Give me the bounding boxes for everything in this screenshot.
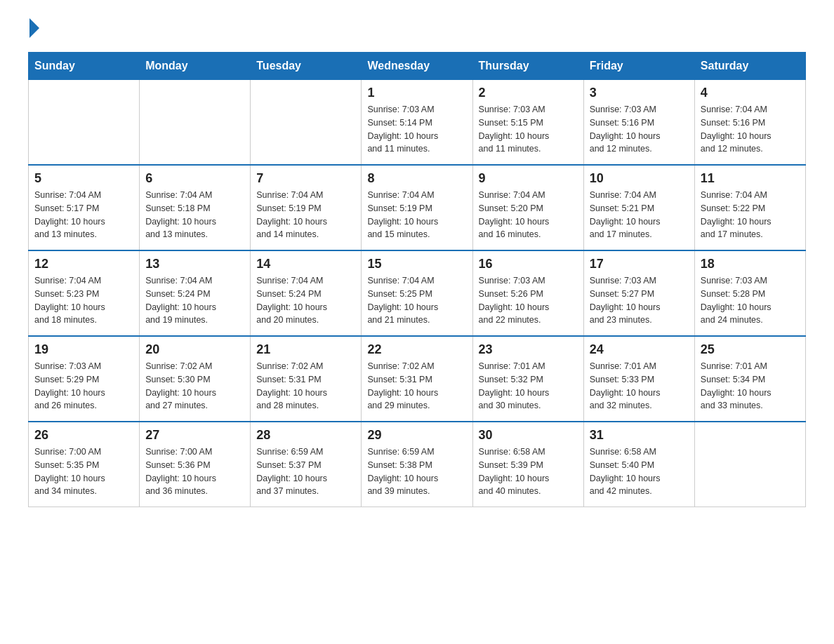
day-info: Sunrise: 7:03 AMSunset: 5:16 PMDaylight:…: [590, 103, 689, 156]
day-number: 18: [701, 257, 800, 271]
calendar-cell: 28Sunrise: 6:59 AMSunset: 5:37 PMDayligh…: [251, 422, 362, 507]
day-number: 5: [34, 171, 133, 186]
day-number: 27: [145, 428, 244, 443]
calendar-cell: 20Sunrise: 7:02 AMSunset: 5:30 PMDayligh…: [140, 336, 251, 422]
calendar-cell: 22Sunrise: 7:02 AMSunset: 5:31 PMDayligh…: [362, 336, 472, 422]
day-info: Sunrise: 6:58 AMSunset: 5:39 PMDaylight:…: [479, 445, 578, 498]
day-number: 23: [479, 342, 578, 357]
calendar-cell: 19Sunrise: 7:03 AMSunset: 5:29 PMDayligh…: [29, 336, 140, 422]
weekday-header-friday: Friday: [583, 53, 694, 80]
day-number: 8: [367, 171, 466, 186]
day-number: 24: [590, 342, 689, 357]
day-number: 9: [479, 171, 578, 186]
day-info: Sunrise: 6:58 AMSunset: 5:40 PMDaylight:…: [590, 445, 689, 498]
day-number: 15: [367, 257, 466, 271]
calendar-week-row: 26Sunrise: 7:00 AMSunset: 5:35 PMDayligh…: [29, 422, 806, 507]
calendar-cell: 3Sunrise: 7:03 AMSunset: 5:16 PMDaylight…: [583, 80, 694, 166]
day-number: 14: [256, 257, 355, 271]
day-number: 20: [145, 342, 244, 357]
calendar-cell: [694, 422, 805, 507]
day-number: 6: [145, 171, 244, 186]
day-info: Sunrise: 7:01 AMSunset: 5:34 PMDaylight:…: [701, 360, 800, 412]
day-info: Sunrise: 7:01 AMSunset: 5:32 PMDaylight:…: [479, 360, 578, 412]
calendar-cell: [251, 80, 362, 166]
day-number: 28: [256, 428, 355, 443]
calendar-cell: [140, 80, 251, 166]
day-number: 11: [701, 171, 800, 186]
day-number: 3: [590, 86, 689, 100]
day-number: 25: [701, 342, 800, 357]
calendar-cell: 9Sunrise: 7:04 AMSunset: 5:20 PMDaylight…: [472, 165, 583, 250]
calendar-week-row: 1Sunrise: 7:03 AMSunset: 5:14 PMDaylight…: [29, 80, 806, 166]
calendar-cell: 16Sunrise: 7:03 AMSunset: 5:26 PMDayligh…: [472, 250, 583, 336]
calendar-cell: 14Sunrise: 7:04 AMSunset: 5:24 PMDayligh…: [251, 250, 362, 336]
day-info: Sunrise: 7:03 AMSunset: 5:29 PMDaylight:…: [34, 360, 133, 412]
day-info: Sunrise: 7:04 AMSunset: 5:24 PMDaylight:…: [145, 274, 244, 327]
calendar-cell: 10Sunrise: 7:04 AMSunset: 5:21 PMDayligh…: [583, 165, 694, 250]
day-info: Sunrise: 7:04 AMSunset: 5:16 PMDaylight:…: [701, 103, 800, 156]
day-number: 30: [479, 428, 578, 443]
day-number: 13: [145, 257, 244, 271]
day-info: Sunrise: 7:00 AMSunset: 5:36 PMDaylight:…: [145, 445, 244, 498]
day-info: Sunrise: 7:04 AMSunset: 5:25 PMDaylight:…: [367, 274, 466, 327]
day-info: Sunrise: 7:04 AMSunset: 5:17 PMDaylight:…: [34, 189, 133, 241]
day-number: 10: [590, 171, 689, 186]
day-number: 22: [367, 342, 466, 357]
day-info: Sunrise: 7:03 AMSunset: 5:28 PMDaylight:…: [701, 274, 800, 327]
calendar-cell: 23Sunrise: 7:01 AMSunset: 5:32 PMDayligh…: [472, 336, 583, 422]
day-number: 2: [479, 86, 578, 100]
weekday-header-saturday: Saturday: [694, 53, 805, 80]
calendar-cell: 13Sunrise: 7:04 AMSunset: 5:24 PMDayligh…: [140, 250, 251, 336]
calendar-cell: 27Sunrise: 7:00 AMSunset: 5:36 PMDayligh…: [140, 422, 251, 507]
weekday-header-wednesday: Wednesday: [362, 53, 472, 80]
day-number: 1: [367, 86, 466, 100]
weekday-header-thursday: Thursday: [472, 53, 583, 80]
day-info: Sunrise: 7:04 AMSunset: 5:20 PMDaylight:…: [479, 189, 578, 241]
day-info: Sunrise: 7:04 AMSunset: 5:23 PMDaylight:…: [34, 274, 133, 327]
logo: [28, 21, 39, 38]
calendar-cell: 17Sunrise: 7:03 AMSunset: 5:27 PMDayligh…: [583, 250, 694, 336]
calendar-cell: 24Sunrise: 7:01 AMSunset: 5:33 PMDayligh…: [583, 336, 694, 422]
calendar-cell: 4Sunrise: 7:04 AMSunset: 5:16 PMDaylight…: [694, 80, 805, 166]
day-info: Sunrise: 7:03 AMSunset: 5:14 PMDaylight:…: [367, 103, 466, 156]
weekday-header-tuesday: Tuesday: [251, 53, 362, 80]
calendar-cell: 21Sunrise: 7:02 AMSunset: 5:31 PMDayligh…: [251, 336, 362, 422]
day-info: Sunrise: 7:04 AMSunset: 5:21 PMDaylight:…: [590, 189, 689, 241]
day-number: 26: [34, 428, 133, 443]
day-number: 21: [256, 342, 355, 357]
calendar-cell: 7Sunrise: 7:04 AMSunset: 5:19 PMDaylight…: [251, 165, 362, 250]
calendar-cell: 18Sunrise: 7:03 AMSunset: 5:28 PMDayligh…: [694, 250, 805, 336]
day-number: 12: [34, 257, 133, 271]
day-info: Sunrise: 7:03 AMSunset: 5:15 PMDaylight:…: [479, 103, 578, 156]
day-info: Sunrise: 6:59 AMSunset: 5:38 PMDaylight:…: [367, 445, 466, 498]
calendar-cell: 15Sunrise: 7:04 AMSunset: 5:25 PMDayligh…: [362, 250, 472, 336]
day-info: Sunrise: 7:02 AMSunset: 5:31 PMDaylight:…: [256, 360, 355, 412]
day-info: Sunrise: 7:01 AMSunset: 5:33 PMDaylight:…: [590, 360, 689, 412]
day-info: Sunrise: 7:04 AMSunset: 5:24 PMDaylight:…: [256, 274, 355, 327]
calendar-cell: 5Sunrise: 7:04 AMSunset: 5:17 PMDaylight…: [29, 165, 140, 250]
calendar-cell: 30Sunrise: 6:58 AMSunset: 5:39 PMDayligh…: [472, 422, 583, 507]
day-info: Sunrise: 6:59 AMSunset: 5:37 PMDaylight:…: [256, 445, 355, 498]
calendar-week-row: 19Sunrise: 7:03 AMSunset: 5:29 PMDayligh…: [29, 336, 806, 422]
day-number: 16: [479, 257, 578, 271]
weekday-header-sunday: Sunday: [29, 53, 140, 80]
day-info: Sunrise: 7:02 AMSunset: 5:31 PMDaylight:…: [367, 360, 466, 412]
logo-icon: [28, 21, 39, 38]
calendar-cell: 6Sunrise: 7:04 AMSunset: 5:18 PMDaylight…: [140, 165, 251, 250]
day-info: Sunrise: 7:00 AMSunset: 5:35 PMDaylight:…: [34, 445, 133, 498]
day-number: 29: [367, 428, 466, 443]
calendar-cell: 1Sunrise: 7:03 AMSunset: 5:14 PMDaylight…: [362, 80, 472, 166]
calendar-cell: 31Sunrise: 6:58 AMSunset: 5:40 PMDayligh…: [583, 422, 694, 507]
day-info: Sunrise: 7:03 AMSunset: 5:27 PMDaylight:…: [590, 274, 689, 327]
day-info: Sunrise: 7:04 AMSunset: 5:19 PMDaylight:…: [367, 189, 466, 241]
calendar-week-row: 12Sunrise: 7:04 AMSunset: 5:23 PMDayligh…: [29, 250, 806, 336]
day-info: Sunrise: 7:04 AMSunset: 5:22 PMDaylight:…: [701, 189, 800, 241]
day-number: 17: [590, 257, 689, 271]
day-info: Sunrise: 7:04 AMSunset: 5:19 PMDaylight:…: [256, 189, 355, 241]
logo-arrow-icon: [29, 18, 39, 38]
day-info: Sunrise: 7:04 AMSunset: 5:18 PMDaylight:…: [145, 189, 244, 241]
day-info: Sunrise: 7:03 AMSunset: 5:26 PMDaylight:…: [479, 274, 578, 327]
day-number: 4: [701, 86, 800, 100]
calendar-cell: 11Sunrise: 7:04 AMSunset: 5:22 PMDayligh…: [694, 165, 805, 250]
calendar-cell: [29, 80, 140, 166]
